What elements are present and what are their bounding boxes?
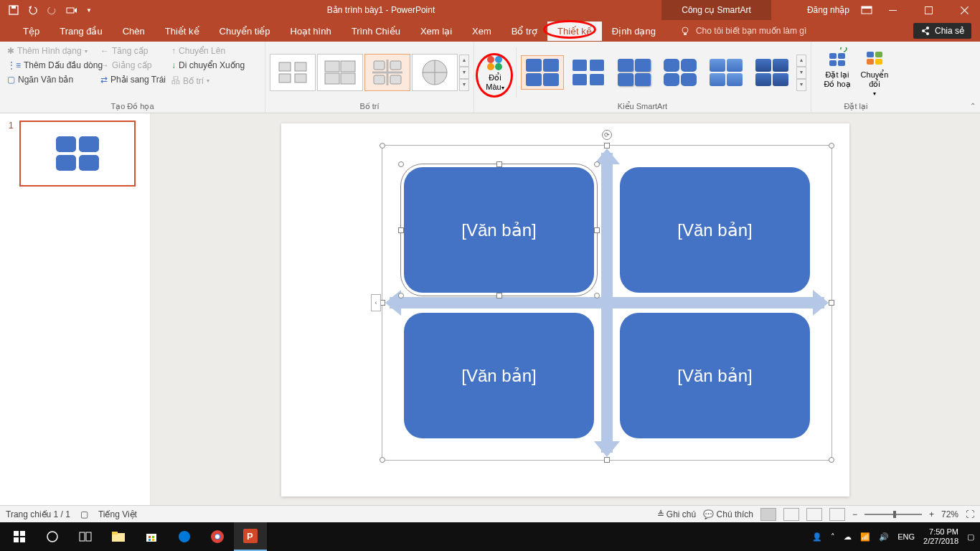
resize-handle-e[interactable] [829,300,834,306]
sign-in-link[interactable]: Đăng nhập [800,5,857,15]
reading-view-button[interactable] [806,508,822,521]
layout-option-2[interactable] [317,54,363,91]
resize-handle-sw[interactable] [380,457,385,463]
convert-button[interactable]: Chuyển đổi▾ [859,47,890,98]
redo-icon[interactable] [47,5,57,15]
smartart-shape-4[interactable]: [Văn bản] [620,313,810,438]
tab-review[interactable]: Xem lại [410,22,462,41]
undo-icon[interactable] [27,5,39,15]
powerpoint-icon[interactable]: P [234,522,267,551]
shape-handle[interactable] [398,161,404,167]
text-pane-button[interactable]: ▢ Ngăn Văn bản [4,73,98,86]
clock[interactable]: 7:50 PM 2/27/2018 [923,527,958,546]
tab-transitions[interactable]: Chuyển tiếp [209,22,281,41]
store-icon[interactable] [135,522,168,551]
comments-button[interactable]: 💬 Chú thích [703,509,753,519]
collapse-ribbon-button[interactable]: ⌃ [970,102,976,110]
save-icon[interactable] [9,5,19,15]
tab-insert[interactable]: Chèn [113,22,155,41]
spell-check-icon[interactable]: ▢ [80,509,88,519]
layouts-nav[interactable]: ▴▾▾ [459,55,469,91]
promote-button[interactable]: ← Tăng cấp [98,44,169,57]
maximize-button[interactable] [913,0,944,20]
zoom-out-button[interactable]: − [852,509,857,519]
layout-button[interactable]: 品 Bố trí ▾ [169,73,260,88]
move-up-button[interactable]: ↑ Chuyển Lên [169,44,260,57]
file-explorer-icon[interactable] [102,522,135,551]
tab-slideshow[interactable]: Trình Chiếu [341,22,410,41]
tab-home[interactable]: Trang đầu [50,22,113,41]
action-center-icon[interactable]: ▢ [967,532,974,542]
chrome-icon[interactable] [201,522,234,551]
layout-option-1[interactable] [270,54,316,91]
smartart-selection-frame[interactable]: ⟳ ‹ [Văn bản] [382,145,832,461]
resize-handle-n[interactable] [604,143,610,149]
start-from-beginning-icon[interactable] [66,5,77,15]
shape-handle[interactable] [398,293,404,298]
layout-option-3[interactable] [364,54,410,91]
style-option-5[interactable] [705,55,748,90]
wifi-icon[interactable]: 📶 [860,532,870,542]
smartart-shape-2[interactable]: [Văn bản] [620,167,810,293]
demote-button[interactable]: → Giảng cấp [98,59,169,72]
zoom-slider[interactable] [864,514,922,515]
slideshow-view-button[interactable] [829,508,845,521]
onedrive-icon[interactable]: ☁ [844,532,852,542]
tab-smartart-format[interactable]: Định dạng [602,22,666,41]
slide-counter[interactable]: Trang chiếu 1 / 1 [6,509,70,519]
share-button[interactable]: Chia sẻ [913,23,971,39]
minimize-button[interactable] [877,0,908,20]
change-colors-button[interactable]: ĐổiMàu▾ [479,55,512,91]
close-button[interactable] [948,0,980,20]
zoom-in-button[interactable]: + [929,509,934,519]
notes-button[interactable]: ≜ Ghi chú [657,509,697,519]
move-down-button[interactable]: ↓ Di chuyển Xuống [169,59,260,72]
style-option-4[interactable] [659,55,702,90]
smartart-shape-1[interactable]: [Văn bản] [404,167,594,293]
tab-design[interactable]: Thiết kế [155,22,209,41]
shape-handle[interactable] [594,161,600,167]
text-pane-expand-button[interactable]: ‹ [371,294,381,311]
slide[interactable]: ⟳ ‹ [Văn bản] [281,123,849,496]
rotate-handle[interactable]: ⟳ [602,130,612,140]
task-view-button[interactable] [69,522,102,551]
styles-nav[interactable]: ▴▾▾ [796,55,806,91]
tell-me-box[interactable]: Cho tôi biết bạn muốn làm gì [666,26,806,36]
slide-thumbnail-1[interactable] [19,121,136,187]
tab-animations[interactable]: Hoạt hình [281,22,341,41]
slide-sorter-view-button[interactable] [783,508,799,521]
edge-icon[interactable] [168,522,201,551]
reset-graphic-button[interactable]: Đặt lại Đồ hoạ [821,47,853,98]
layout-option-4[interactable] [412,54,458,91]
fit-to-window-button[interactable]: ⛶ [966,509,974,519]
shape-handle[interactable] [594,227,600,233]
normal-view-button[interactable] [760,508,776,521]
style-option-1[interactable] [521,55,564,90]
resize-handle-se[interactable] [829,457,834,463]
tab-view[interactable]: Xem [462,22,501,41]
style-option-3[interactable] [613,55,656,90]
input-language[interactable]: ENG [897,532,915,541]
ribbon-display-icon[interactable] [861,6,872,14]
style-option-6[interactable] [750,55,793,90]
shape-handle[interactable] [496,293,502,298]
zoom-level[interactable]: 72% [941,509,958,519]
people-icon[interactable]: 👤 [812,532,822,542]
cortana-button[interactable] [36,522,69,551]
shape-handle[interactable] [594,293,600,298]
shape-handle[interactable] [496,161,502,167]
smartart-shape-3[interactable]: [Văn bản] [404,313,594,438]
shape-handle[interactable] [398,227,404,233]
resize-handle-nw[interactable] [380,143,385,149]
start-button[interactable] [3,522,36,551]
volume-icon[interactable]: 🔊 [879,532,889,542]
add-bullet-button[interactable]: ⋮≡ Thêm Dấu đầu dòng [4,59,98,72]
language-indicator[interactable]: Tiếng Việt [98,509,137,519]
resize-handle-s[interactable] [604,457,610,463]
tray-expand-icon[interactable]: ˄ [831,532,835,542]
style-option-2[interactable] [567,55,610,90]
tab-addins[interactable]: Bổ trợ [501,22,547,41]
right-to-left-button[interactable]: ⇄ Phải sang Trái [98,73,169,86]
resize-handle-ne[interactable] [829,143,834,149]
qat-dropdown-icon[interactable]: ▼ [86,7,92,14]
